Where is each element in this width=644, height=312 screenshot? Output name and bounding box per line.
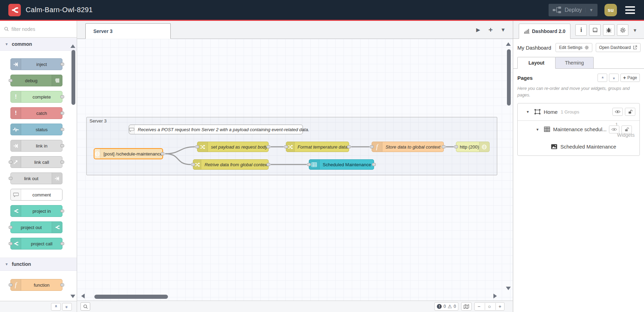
search-icon [4, 27, 9, 31]
dashboard-name: My Dashboard [517, 45, 551, 51]
canvas-search-button[interactable] [80, 302, 90, 311]
palette-scrollbar-thumb[interactable] [71, 50, 75, 105]
output-port[interactable] [161, 152, 164, 155]
tab-dashboard-2[interactable]: Dashboard 2.0 [519, 24, 570, 39]
input-port[interactable] [191, 163, 195, 166]
add-flow-button[interactable]: + [486, 25, 495, 35]
edit-settings-button[interactable]: Edit Settings [556, 43, 592, 52]
palette-node-debug[interactable]: debug [10, 75, 62, 86]
palette-node-status[interactable]: status [10, 124, 62, 135]
input-port[interactable] [454, 145, 458, 149]
collapse-all-categories-button[interactable]: » [51, 303, 61, 311]
palette-category-function[interactable]: ▾ function [0, 258, 77, 271]
main-menu-button[interactable] [624, 5, 636, 15]
footer-controls: ! 0 ⚠ 0 − ○ + [434, 302, 505, 311]
lock-toggle-button[interactable] [621, 125, 632, 133]
output-port[interactable] [442, 145, 446, 149]
canvas-scroll-down[interactable] [506, 287, 511, 290]
lock-toggle-button[interactable] [625, 108, 635, 116]
bar-chart-icon [524, 29, 529, 34]
canvas-scroll-up[interactable] [506, 42, 511, 46]
palette-node-label: project call [21, 238, 62, 249]
notification-counts[interactable]: ! 0 ⚠ 0 [434, 302, 458, 311]
node-function-store[interactable]: f Store data to global context [372, 142, 444, 152]
deploy-dropdown-caret[interactable]: ▼ [585, 8, 593, 12]
search-icon [83, 304, 88, 309]
expand-all-pages-button[interactable]: » [609, 74, 619, 82]
add-page-button[interactable]: + Page [620, 74, 640, 82]
tab-help-button[interactable] [589, 24, 601, 36]
warning-icon: ⚠ [448, 304, 452, 309]
expand-all-categories-button[interactable]: » [62, 303, 72, 311]
palette-node-complete[interactable]: ! complete [10, 91, 62, 103]
tree-row-widget-scheduled-maintenance[interactable]: Scheduled Maintenance [518, 138, 639, 155]
palette-node-link-in[interactable]: link in [10, 140, 62, 152]
input-port[interactable] [307, 163, 311, 166]
filter-nodes-input[interactable] [11, 26, 60, 32]
visibility-toggle-button[interactable] [612, 108, 623, 116]
chevron-down-icon[interactable]: ▾ [527, 109, 532, 114]
flow-canvas[interactable]: Server 3 Receives a POST request from Se… [77, 39, 513, 301]
palette-footer: » » [0, 301, 77, 312]
flow-list-arrow-button[interactable]: ▶ [473, 25, 483, 35]
node-ui-table[interactable]: Scheduled Maintenance [309, 159, 374, 170]
input-port[interactable] [195, 145, 199, 149]
tab-config-button[interactable] [617, 24, 628, 36]
node-http-in[interactable]: [post] /schedule-maintenance [94, 148, 163, 159]
canvas-scroll-right[interactable] [493, 294, 497, 298]
palette-node-link-call[interactable]: link call [10, 156, 62, 168]
canvas-scroll-left[interactable] [81, 294, 85, 298]
open-dashboard-button[interactable]: Open Dashboard [596, 43, 641, 52]
zoom-out-button[interactable]: − [475, 303, 483, 310]
tab-debug-button[interactable] [603, 24, 615, 36]
node-http-response[interactable]: http (200) [456, 142, 490, 152]
tab-info-button[interactable]: i [575, 24, 587, 36]
zoom-reset-button[interactable]: ○ [485, 303, 493, 310]
node-change-set-payload[interactable]: set payload as request body [197, 142, 269, 152]
group-name: Maintenance schedul... [553, 126, 607, 132]
navigator-button[interactable] [461, 302, 472, 311]
chevron-down-icon[interactable]: ▾ [536, 127, 541, 132]
collapse-all-pages-button[interactable]: » [598, 74, 607, 82]
output-port[interactable] [266, 163, 270, 166]
palette-scroll-up[interactable] [70, 44, 75, 48]
palette-node-project-call[interactable]: project call [10, 238, 62, 250]
input-port[interactable] [284, 145, 288, 149]
node-change-format[interactable]: Format temperature data. [286, 142, 349, 152]
page-icon [534, 109, 541, 115]
info-icon: i [580, 26, 582, 34]
palette-node-inject[interactable]: inject [10, 58, 62, 70]
palette-node-function[interactable]: f function [10, 279, 62, 291]
node-comment[interactable]: Receives a POST request from Server 2 wi… [129, 125, 303, 134]
flow-menu-caret-button[interactable]: ▼ [498, 25, 508, 35]
workspace-tabbar: Server 3 ▶ + ▼ [77, 21, 513, 39]
input-port[interactable] [370, 145, 374, 149]
canvas-vertical-scrollbar-thumb[interactable] [507, 49, 511, 106]
output-port[interactable] [266, 145, 270, 149]
palette-node-catch[interactable]: ! catch [10, 107, 62, 119]
palette-node-link-out[interactable]: link out [10, 172, 62, 184]
output-port[interactable] [372, 163, 376, 166]
tree-row-page-home[interactable]: ▾ Home 1 Groups [518, 103, 639, 121]
output-port[interactable] [347, 145, 351, 149]
canvas-horizontal-scrollbar-thumb[interactable] [94, 295, 168, 299]
node-change-retrieve[interactable]: Retrive data from global context [193, 159, 269, 170]
palette-node-project-in[interactable]: project in [10, 205, 62, 217]
zoom-in-button[interactable]: + [495, 303, 504, 310]
tab-layout[interactable]: Layout [517, 57, 556, 69]
sidebar-menu-caret[interactable]: ▼ [633, 28, 637, 33]
palette-node-comment[interactable]: comment [10, 189, 62, 201]
user-avatar[interactable]: su [604, 4, 617, 16]
flow-tab-server-3[interactable]: Server 3 [85, 23, 171, 39]
palette-category-common[interactable]: ▾ common [0, 37, 77, 51]
deploy-button[interactable]: Deploy ▼ [549, 4, 598, 16]
palette-node-label: status [21, 124, 62, 135]
palette-node-project-out[interactable]: project out [10, 221, 62, 233]
dashboard-subtabs: Layout Theming [513, 57, 644, 69]
visibility-toggle-button[interactable] [609, 125, 619, 133]
output-port [60, 63, 64, 66]
tree-row-group-maintenance[interactable]: ▾ Maintenance schedul... 1 Widgets [518, 121, 639, 138]
palette-scroll-down[interactable] [70, 295, 75, 298]
open-dashboard-label: Open Dashboard [599, 45, 631, 50]
tab-theming[interactable]: Theming [556, 57, 594, 69]
